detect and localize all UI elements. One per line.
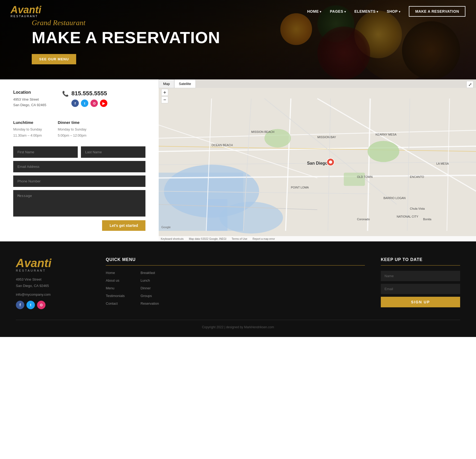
footer-link-about[interactable]: About us	[106, 278, 125, 282]
footer-link-testimonials[interactable]: Testimonials	[106, 294, 125, 298]
nav-shop[interactable]: SHOP	[387, 9, 400, 14]
svg-text:KEARNY MESA: KEARNY MESA	[376, 133, 397, 136]
svg-text:Coronado: Coronado	[357, 218, 370, 221]
svg-text:LA MESA: LA MESA	[436, 162, 449, 165]
copyright-text: Copyright 2022 | designed by MarkHendrik…	[202, 325, 274, 329]
svg-text:Chula Vista: Chula Vista	[410, 207, 425, 210]
footer-link-dinner[interactable]: Dinner	[141, 286, 159, 290]
dinnertime-label: Dinner time	[58, 120, 86, 125]
map-tabs: Map Satellite	[159, 79, 196, 88]
email-input[interactable]	[13, 161, 145, 172]
make-reservation-button[interactable]: MAKE A RESERVATION	[409, 6, 465, 17]
footer-instagram-icon[interactable]: ⊙	[37, 301, 45, 309]
svg-text:NATIONAL CITY: NATIONAL CITY	[397, 215, 419, 218]
location-address: 4953 Vine Street San Diego, CA 92465	[13, 97, 46, 108]
submit-button[interactable]: Let's get started	[102, 220, 145, 231]
brand-logo: Avanti RESTAURANT	[11, 5, 41, 18]
youtube-icon[interactable]: ▶	[100, 100, 107, 107]
footer-link-menu[interactable]: Menu	[106, 286, 125, 290]
svg-point-40	[329, 160, 332, 164]
lunchtime-hours: 11.30am – 4:00pm	[13, 132, 42, 138]
newsletter-label: KEEP UP TO DATE	[381, 257, 460, 262]
instagram-icon[interactable]: ⊙	[90, 100, 98, 107]
svg-text:OCEAN BEACH: OCEAN BEACH	[212, 143, 233, 147]
twitter-icon[interactable]: t	[81, 100, 88, 107]
svg-text:BARRIO LOGAN: BARRIO LOGAN	[383, 196, 406, 200]
map-fullscreen-button[interactable]: ⤢	[466, 81, 473, 88]
map-data-attribution: Map data ©2022 Google, INEGI	[189, 237, 226, 240]
hero-title: MAKE A RESERVATION	[32, 29, 476, 47]
svg-text:San Diego: San Diego	[307, 161, 328, 165]
newsletter-email-input[interactable]	[381, 284, 460, 294]
footer-link-groups[interactable]: Groups	[141, 294, 159, 298]
footer-link-lunch[interactable]: Lunch	[141, 278, 159, 282]
footer-link-breakfast[interactable]: Breakfast	[141, 271, 159, 275]
first-name-input[interactable]	[13, 146, 78, 158]
footer-address: 4953 Vine Street San Diego, CA 92465	[16, 276, 90, 289]
message-input[interactable]	[13, 190, 145, 217]
phone-input[interactable]	[13, 176, 145, 187]
map-zoom-in[interactable]: +	[161, 89, 168, 96]
phone-icon: 📞	[62, 91, 69, 97]
svg-text:Bonita: Bonita	[423, 218, 432, 221]
phone-number: 815.555.5555	[71, 90, 107, 97]
map-image: San Diego OCEAN BEACH MISSION BEACH MISS…	[159, 88, 476, 241]
svg-rect-24	[344, 173, 365, 186]
footer-link-reservation[interactable]: Reservation	[141, 302, 159, 305]
dinnertime-hours: 5:00pm – 12:00pm	[58, 132, 86, 138]
footer-logo-sub: RESTAURANT	[16, 269, 90, 272]
map-zoom-out[interactable]: −	[161, 96, 168, 103]
map-tab-map[interactable]: Map	[159, 79, 174, 88]
signup-button[interactable]: SIGN UP	[381, 297, 460, 307]
newsletter-name-input[interactable]	[381, 271, 460, 281]
lunchtime-days: Monday to Sunday	[13, 126, 42, 132]
svg-text:Google: Google	[161, 226, 171, 229]
dinnertime-days: Monday to Sunday	[58, 126, 86, 132]
svg-text:ENCANTO: ENCANTO	[410, 175, 424, 178]
footer-twitter-icon[interactable]: t	[26, 301, 35, 309]
svg-text:MISSION BEACH: MISSION BEACH	[251, 130, 274, 133]
map-tab-satellite[interactable]: Satellite	[174, 79, 195, 88]
footer-link-home[interactable]: Home	[106, 271, 125, 275]
footer-link-contact[interactable]: Contact	[106, 302, 125, 305]
svg-point-22	[368, 141, 399, 162]
lunchtime-label: Lunchtime	[13, 120, 42, 125]
location-label: Location	[13, 90, 46, 95]
svg-rect-4	[206, 199, 227, 231]
map-terms: Terms of Use	[232, 237, 247, 240]
footer-facebook-icon[interactable]: f	[16, 301, 24, 309]
svg-text:MISSION BAY: MISSION BAY	[317, 136, 336, 139]
last-name-input[interactable]	[81, 146, 145, 158]
footer-logo: Avanti	[16, 257, 90, 269]
svg-text:POINT LOMA: POINT LOMA	[291, 186, 309, 189]
svg-text:OLD TOWN: OLD TOWN	[357, 175, 373, 178]
see-menu-button[interactable]: SEE OUR MENU	[32, 54, 76, 64]
nav-pages[interactable]: PAGES	[330, 9, 346, 14]
map-report-error: Report a map error	[253, 237, 275, 240]
footer-email: info@mycompany.com	[16, 292, 90, 296]
nav-home[interactable]: HOME	[307, 9, 321, 14]
map-keyboard-shortcuts: Keyboard shortcuts	[161, 237, 184, 240]
nav-elements[interactable]: ELEMENTS	[354, 9, 378, 14]
quick-menu-label: QUICK MENU	[106, 257, 365, 262]
facebook-icon[interactable]: f	[71, 100, 79, 107]
